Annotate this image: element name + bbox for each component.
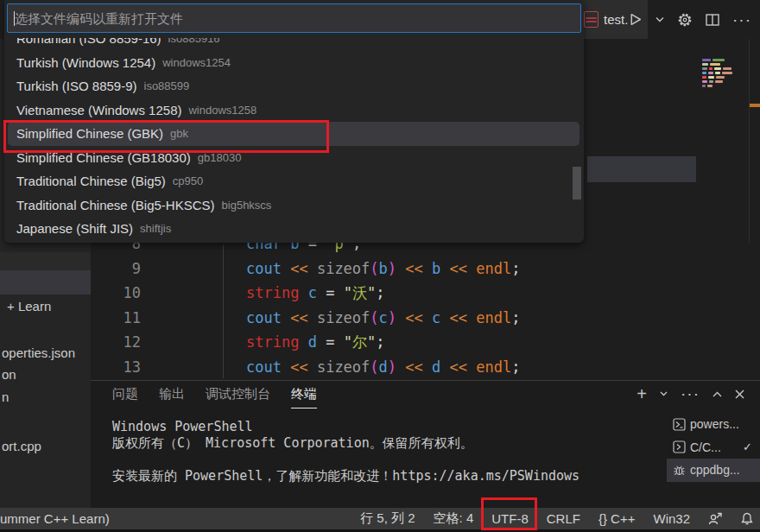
quickpick-item[interactable]: Simplified Chinese (GB18030)gb18030 (4, 146, 584, 170)
terminal-list-item-powershell[interactable]: powers... (667, 413, 760, 436)
encoding-quickpick: Romanian (ISO 8859-16)iso885916Turkish (… (4, 0, 584, 243)
terminal-list-label: cppdbg... (690, 463, 740, 477)
text-caret (14, 11, 15, 26)
panel-tab-1[interactable]: 输出 (159, 386, 185, 408)
bell-icon[interactable] (741, 512, 753, 526)
vscode-window: test. ··· 8char b = ' (0, 0, 760, 532)
quickpick-item[interactable]: Simplified Chinese (GBK)gbk (8, 122, 580, 146)
maximize-panel-icon[interactable] (712, 391, 722, 397)
line-number: 13 (91, 355, 151, 380)
code-line[interactable]: 9cout << sizeof(b) << b << endl; (91, 256, 760, 282)
quickpick-input[interactable] (8, 11, 580, 26)
quickpick-item-label: Romanian (ISO 8859-16) (16, 38, 162, 46)
code-text: cout << sizeof(c) << c << endl; (151, 306, 520, 331)
person-icon[interactable] (708, 512, 723, 525)
panel-more-actions-icon[interactable]: ··· (681, 390, 700, 398)
panel-tab-active[interactable]: 终端 (291, 386, 317, 408)
explorer-item[interactable]: ort.cpp (2, 439, 41, 453)
code-text: string c = "沃"; (151, 281, 384, 306)
minimap[interactable] (702, 59, 738, 89)
run-button[interactable] (628, 12, 643, 27)
cpp-file-icon (584, 11, 598, 28)
terminal-output[interactable]: Windows PowerShell版权所有（C） Microsoft Corp… (112, 419, 580, 484)
explorer-selected-row[interactable] (0, 270, 91, 294)
status-eol[interactable]: CRLF (547, 511, 580, 526)
terminal-icon (673, 440, 686, 453)
status-encoding[interactable]: UTF-8 (491, 511, 529, 526)
code-line[interactable]: 10string c = "沃"; (91, 281, 760, 306)
terminal-line: 版权所有（C） Microsoft Corporation。保留所有权利。 (112, 435, 580, 452)
quickpick-item[interactable]: Turkish (Windows 1254)windows1254 (4, 51, 584, 75)
status-platform[interactable]: Win32 (653, 511, 690, 526)
explorer-item[interactable]: on (2, 367, 16, 382)
tab-label: test. (604, 12, 628, 27)
quickpick-item-label: Traditional Chinese (Big5) (16, 174, 166, 188)
terminal-instance-list: powers...C/C...✓cppdbg... (667, 413, 760, 482)
check-icon: ✓ (743, 440, 752, 453)
terminal-list-label: powers... (690, 417, 739, 431)
explorer-item[interactable]: n (2, 390, 9, 404)
status-bar: ummer C++ Learn) 行 5, 列 2空格: 4UTF-8CRLF{… (0, 508, 760, 529)
line-number: 9 (91, 256, 151, 282)
code-text: cout << sizeof(d) << d << endl; (151, 355, 520, 380)
new-terminal-button[interactable]: + (636, 388, 647, 400)
status-language-mode[interactable]: {} C++ (598, 511, 636, 526)
close-panel-icon[interactable] (735, 390, 744, 399)
code-line[interactable]: 13cout << sizeof(d) << d << endl; (91, 355, 760, 380)
terminal-list-label: C/C... (690, 440, 721, 454)
quickpick-item[interactable]: Traditional Chinese (Big5-HKSCS)big5hksc… (4, 193, 584, 218)
quickpick-item-detail: windows1254 (162, 56, 231, 69)
editor-current-line-highlight (587, 156, 696, 182)
status-workspace-label[interactable]: ummer C++ Learn) (0, 511, 110, 526)
overview-ruler-mark (750, 104, 760, 107)
quickpick-item[interactable]: Turkish (ISO 8859-9)iso88599 (4, 74, 584, 98)
explorer-item[interactable]: operties.json (2, 345, 75, 360)
quickpick-item-label: Vietnamese (Windows 1258) (16, 103, 181, 117)
terminal-line (112, 452, 580, 468)
explorer-item[interactable]: + Learn (7, 299, 51, 314)
panel-tabs: 问题输出调试控制台终端 (112, 386, 317, 408)
terminal-line: 安装最新的 PowerShell，了解新功能和改进！https://aka.ms… (112, 468, 580, 484)
panel-tab-2[interactable]: 调试控制台 (206, 386, 270, 408)
bug-icon (673, 464, 686, 477)
quickpick-item[interactable]: Vietnamese (Windows 1258)windows1258 (4, 98, 584, 123)
quickpick-item-detail: iso88599 (144, 79, 190, 92)
code-text: string d = "尔"; (151, 330, 384, 355)
code-line[interactable]: 12string d = "尔"; (91, 330, 760, 355)
panel-tab-0[interactable]: 问题 (112, 386, 138, 408)
status-cursor-position[interactable]: 行 5, 列 2 (360, 510, 415, 527)
line-number: 12 (91, 330, 151, 355)
run-dropdown-chevron-icon[interactable] (656, 16, 664, 22)
code-line[interactable]: 11cout << sizeof(c) << c << endl; (91, 306, 760, 331)
status-indentation[interactable]: 空格: 4 (434, 510, 474, 527)
terminal-panel: 问题输出调试控制台终端 + ··· Windows PowerShell版权所有… (91, 380, 760, 508)
quickpick-item[interactable]: Japanese (Shift JIS)shiftjis (4, 217, 584, 241)
quickpick-item-detail: gb18030 (198, 151, 242, 164)
gear-icon[interactable] (677, 12, 693, 28)
quickpick-scrollbar[interactable] (573, 167, 581, 200)
terminal-line: Windows PowerShell (112, 419, 580, 435)
quickpick-item-detail: windows1258 (188, 104, 256, 117)
line-number: 11 (91, 306, 151, 331)
quickpick-item-label: Japanese (Shift JIS) (16, 221, 133, 236)
quickpick-item-label: Turkish (ISO 8859-9) (16, 79, 137, 93)
quickpick-item-label: Turkish (Windows 1254) (16, 55, 155, 70)
editor-code-area[interactable]: 8char b = 'p';9cout << sizeof(b) << b <<… (91, 231, 760, 379)
terminal-list-item-bug[interactable]: cppdbg... (667, 459, 760, 482)
split-editor-icon[interactable] (706, 14, 719, 26)
quickpick-item-label: Simplified Chinese (GBK) (16, 126, 163, 141)
quickpick-item-detail: iso885916 (168, 38, 220, 45)
quickpick-list: Romanian (ISO 8859-16)iso885916Turkish (… (4, 38, 584, 242)
terminal-list-item-terminal[interactable]: C/C...✓ (667, 436, 760, 459)
quickpick-item-label: Traditional Chinese (Big5-HKSCS) (16, 198, 215, 212)
terminal-dropdown-chevron-icon[interactable] (660, 391, 668, 396)
more-actions-icon[interactable]: ··· (732, 16, 751, 24)
quickpick-item-detail: shiftjis (140, 222, 171, 235)
quickpick-item[interactable]: Traditional Chinese (Big5)cp950 (4, 169, 584, 193)
quickpick-item[interactable]: Romanian (ISO 8859-16)iso885916 (4, 38, 584, 51)
quickpick-item-detail: gbk (170, 127, 188, 140)
quickpick-item-label: Simplified Chinese (GB18030) (16, 150, 191, 165)
quickpick-item-detail: big5hkscs (222, 199, 272, 212)
code-text: cout << sizeof(b) << b << endl; (151, 256, 520, 282)
line-number: 10 (91, 281, 151, 306)
